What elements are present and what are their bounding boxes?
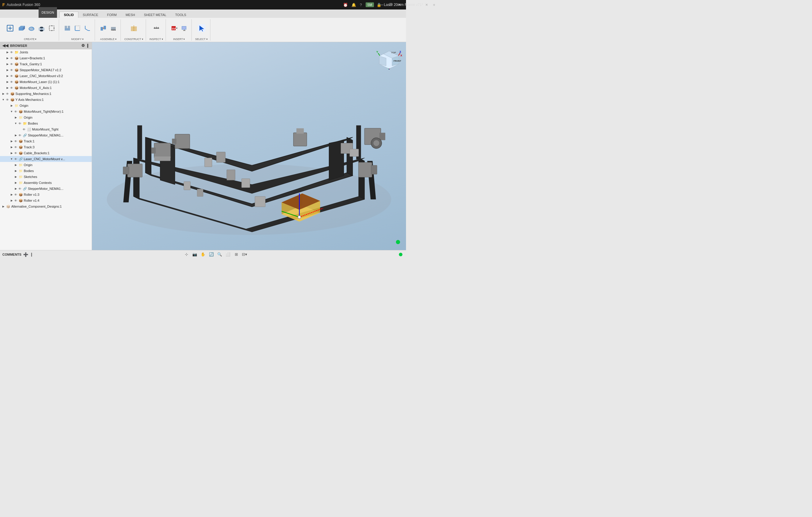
expand-arrow[interactable]: ▶ [9, 151, 13, 155]
tree-item-assembly-contexts[interactable]: ▶ 📁 Assembly Contexts [0, 180, 92, 186]
browser-collapse-icon[interactable]: ❙ [86, 43, 89, 48]
tree-item-laser-cnc-motormount[interactable]: ▶ 👁 📦 Laser_CNC_MotorMount v3:2 [0, 73, 92, 79]
tab-mesh[interactable]: MESH [121, 11, 140, 18]
new-component-icon[interactable] [4, 22, 16, 34]
display-mode-tool[interactable]: ⬜ [224, 251, 231, 258]
tree-item-alternative[interactable]: ▶ 📦 Alternative_Component_Designs:1 [0, 204, 92, 209]
pan-tool[interactable]: ✋ [199, 251, 207, 258]
expand-arrow[interactable]: ▼ [13, 121, 18, 125]
chamfer-icon[interactable] [83, 24, 92, 33]
expand-arrow[interactable]: ▶ [5, 50, 9, 54]
viewport[interactable]: TOP FRONT Z X Y [92, 42, 406, 250]
tree-item-motormount-laser[interactable]: ▶ 👁 📦 MotorMount_Laser (1) (1):1 [0, 79, 92, 85]
visibility-eye[interactable]: 👁 [13, 157, 18, 161]
select-icon[interactable] [196, 22, 207, 34]
account-icon[interactable]: SM [366, 2, 374, 7]
expand-arrow[interactable]: ▼ [1, 98, 5, 102]
orbit-tool[interactable]: 🔄 [208, 251, 215, 258]
tree-item-track1[interactable]: ▶ 👁 📦 Track:1 [0, 138, 92, 144]
expand-arrow[interactable]: ▶ [5, 62, 9, 66]
zoom-fit-tool[interactable]: 🔍 [216, 251, 223, 258]
expand-arrow[interactable]: ▼ [9, 110, 13, 114]
visibility-eye[interactable]: 👁 [5, 98, 9, 102]
press-pull-icon[interactable] [63, 24, 72, 33]
expand-arrow[interactable]: ▼ [9, 157, 13, 161]
expand-arrow[interactable]: ▶ [1, 92, 5, 96]
visibility-eye[interactable]: 👁 [18, 187, 22, 191]
tree-item-yaxis[interactable]: ▼ 👁 📦 Y Axis Mechanics:1 [0, 97, 92, 103]
file-tab[interactable]: 🔒 Laser 20mm Frame v71* ✕ + [377, 2, 406, 7]
create-arrow[interactable]: ▾ [35, 38, 36, 41]
design-button[interactable]: DESIGN [38, 7, 57, 18]
expand-arrow[interactable]: ▶ [13, 175, 18, 179]
snap-tool[interactable]: ⊹ [183, 251, 190, 258]
expand-arrow[interactable]: ▶ [9, 192, 13, 197]
expand-arrow[interactable]: ▶ [5, 68, 9, 72]
tree-item-track3[interactable]: ▶ 👁 📦 Track:3 [0, 144, 92, 150]
add-comment-icon[interactable]: ➕ [23, 252, 28, 257]
visibility-eye[interactable]: 👁 [5, 92, 9, 96]
visibility-eye[interactable]: 👁 [13, 151, 18, 155]
viewcube[interactable]: TOP FRONT Z X Y [376, 46, 402, 72]
tree-item-stepper-linked2[interactable]: ▶ 👁 🔗 StepperMotor_NEMA1... [0, 186, 92, 192]
expand-arrow[interactable]: ▶ [1, 204, 5, 209]
tree-item-cable-brackets[interactable]: ▶ 👁 📦 Cable_Brackets:1 [0, 150, 92, 156]
tree-item-motormount-tight-body[interactable]: 👁 ⬜ MotorMount_Tight [0, 126, 92, 132]
assemble-arrow[interactable]: ▾ [115, 38, 117, 41]
browser-settings-icon[interactable]: ⚙ [81, 43, 85, 48]
revolve-icon[interactable] [27, 24, 36, 33]
expand-arrow[interactable]: ▶ [9, 199, 13, 203]
visibility-eye[interactable]: 👁 [9, 68, 13, 72]
visibility-eye[interactable]: 👁 [9, 86, 13, 90]
tree-item-laser-cnc-motormount2[interactable]: ▼ 👁 🔗 Laser_CNC_MotorMount v... [0, 156, 92, 162]
expand-arrow[interactable]: ▶ [5, 80, 9, 84]
tree-item-stepper-linked[interactable]: ▶ 👁 🔗 StepperMotor_NEMA1... [0, 132, 92, 138]
ground-icon[interactable] [109, 24, 118, 33]
tree-item-bodies1[interactable]: ▼ 👁 📁 Bodies [0, 120, 92, 126]
expand-arrow[interactable] [18, 127, 22, 131]
tree-item-laser-brackets[interactable]: ▶ 👁 📦 Laser+Brackets:1 [0, 55, 92, 61]
tree-item-track-gantry[interactable]: ▶ 👁 📦 Track_Gantry:1 [0, 61, 92, 67]
fillet-icon[interactable] [73, 24, 82, 33]
expand-arrow[interactable]: ▶ [5, 86, 9, 90]
expand-arrow[interactable]: ▶ [13, 133, 18, 137]
visibility-eye[interactable]: 👁 [9, 62, 13, 66]
expand-arrow[interactable]: ▶ [13, 163, 18, 167]
expand-arrow[interactable]: ▶ [9, 139, 13, 143]
joint-icon[interactable] [98, 24, 108, 33]
modify-arrow[interactable]: ▾ [82, 38, 84, 41]
visibility-eye[interactable]: 👁 [13, 192, 18, 197]
measure-icon[interactable] [152, 24, 161, 33]
tree-item-bodies2[interactable]: ▶ 📁 Bodies [0, 168, 92, 174]
tree-item-stepper-nema17[interactable]: ▶ 👁 📦 StepperMotor_NEMA17 v1:2 [0, 67, 92, 73]
visibility-eye[interactable]: 👁 [13, 145, 18, 149]
visibility-eye[interactable]: 👁 [18, 121, 22, 125]
visibility-eye[interactable]: 👁 [9, 80, 13, 84]
visibility-eye[interactable]: 👁 [9, 56, 13, 60]
3d-model-view[interactable] [92, 42, 406, 250]
expand-arrow[interactable]: ▶ [13, 181, 18, 185]
tree-item-roller3[interactable]: ▶ 👁 📦 Roller v1:3 [0, 192, 92, 197]
tab-solid[interactable]: SOLID [59, 11, 78, 18]
tree-item-origin2[interactable]: ▶ 📁 Origin [0, 115, 92, 120]
tree-item-roller4[interactable]: ▶ 👁 📦 Roller v1:4 [0, 197, 92, 204]
grid-tool[interactable]: ⊞ [233, 251, 240, 258]
extrude-icon[interactable] [17, 24, 26, 33]
tree-item-motormount-x[interactable]: ▶ 👁 📦 MotorMount_X_Axis:1 [0, 85, 92, 91]
select-arrow[interactable]: ▾ [206, 38, 208, 41]
visibility-eye[interactable]: 👁 [22, 127, 26, 131]
expand-arrow[interactable]: ▶ [5, 56, 9, 60]
insert-canvas-icon[interactable] [179, 24, 189, 33]
hole-icon[interactable] [37, 24, 46, 33]
tree-item-origin3[interactable]: ▶ 📁 Origin [0, 162, 92, 168]
insert-arrow[interactable]: ▾ [183, 38, 185, 41]
insert-svg-icon[interactable]: SVG [170, 24, 179, 33]
help-icon[interactable]: ? [360, 3, 362, 7]
browser-back-icon[interactable]: ◀◀ [2, 43, 8, 48]
tree-item-joints[interactable]: ▶ 👁 📁 Joints [0, 49, 92, 55]
history-icon[interactable]: ⏰ [343, 3, 348, 7]
inspect-arrow[interactable]: ▾ [162, 38, 163, 41]
expand-arrow[interactable]: ▶ [9, 103, 13, 108]
tree-item-motormount-tight[interactable]: ▼ 👁 📦 MotorMount_Tight(Mirror):1 [0, 109, 92, 115]
expand-arrow[interactable]: ▶ [13, 169, 18, 173]
